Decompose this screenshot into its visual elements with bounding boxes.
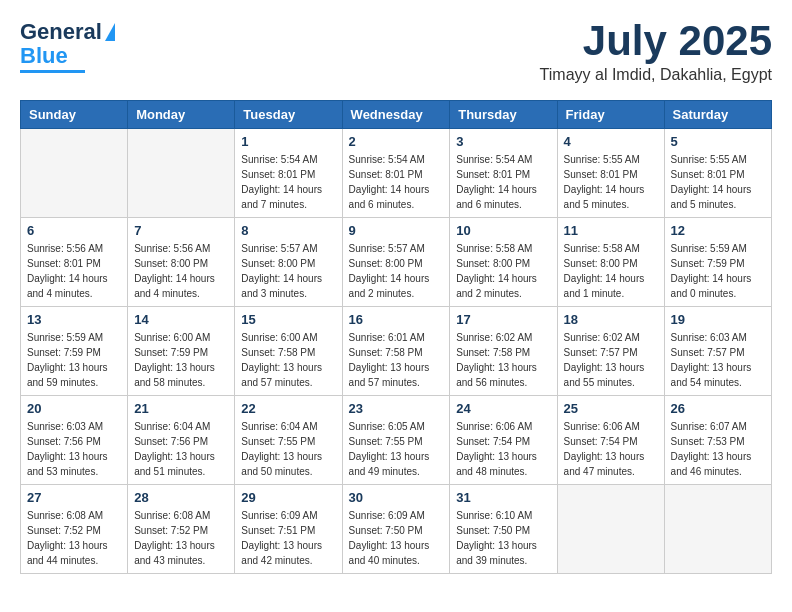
day-number: 14: [134, 312, 228, 327]
calendar-cell: 1Sunrise: 5:54 AM Sunset: 8:01 PM Daylig…: [235, 129, 342, 218]
day-number: 10: [456, 223, 550, 238]
day-number: 3: [456, 134, 550, 149]
calendar-week-4: 20Sunrise: 6:03 AM Sunset: 7:56 PM Dayli…: [21, 396, 772, 485]
calendar-cell: 3Sunrise: 5:54 AM Sunset: 8:01 PM Daylig…: [450, 129, 557, 218]
calendar-header-thursday: Thursday: [450, 101, 557, 129]
day-number: 1: [241, 134, 335, 149]
day-info: Sunrise: 6:04 AM Sunset: 7:55 PM Dayligh…: [241, 419, 335, 479]
day-number: 25: [564, 401, 658, 416]
logo-general-text: General: [20, 20, 102, 44]
calendar-cell: 21Sunrise: 6:04 AM Sunset: 7:56 PM Dayli…: [128, 396, 235, 485]
calendar-cell: 2Sunrise: 5:54 AM Sunset: 8:01 PM Daylig…: [342, 129, 450, 218]
calendar-header-tuesday: Tuesday: [235, 101, 342, 129]
calendar-cell: 30Sunrise: 6:09 AM Sunset: 7:50 PM Dayli…: [342, 485, 450, 574]
day-info: Sunrise: 6:02 AM Sunset: 7:58 PM Dayligh…: [456, 330, 550, 390]
month-title: July 2025: [540, 20, 772, 62]
calendar-header-monday: Monday: [128, 101, 235, 129]
title-section: July 2025 Timayy al Imdid, Dakahlia, Egy…: [540, 20, 772, 84]
day-number: 9: [349, 223, 444, 238]
day-number: 21: [134, 401, 228, 416]
day-info: Sunrise: 5:57 AM Sunset: 8:00 PM Dayligh…: [241, 241, 335, 301]
calendar-table: SundayMondayTuesdayWednesdayThursdayFrid…: [20, 100, 772, 574]
calendar-cell: 24Sunrise: 6:06 AM Sunset: 7:54 PM Dayli…: [450, 396, 557, 485]
day-number: 15: [241, 312, 335, 327]
day-info: Sunrise: 5:57 AM Sunset: 8:00 PM Dayligh…: [349, 241, 444, 301]
calendar-cell: 31Sunrise: 6:10 AM Sunset: 7:50 PM Dayli…: [450, 485, 557, 574]
day-number: 13: [27, 312, 121, 327]
logo-triangle-icon: [105, 23, 115, 41]
day-info: Sunrise: 6:09 AM Sunset: 7:50 PM Dayligh…: [349, 508, 444, 568]
location-title: Timayy al Imdid, Dakahlia, Egypt: [540, 66, 772, 84]
calendar-cell: [664, 485, 771, 574]
day-number: 22: [241, 401, 335, 416]
calendar-cell: 11Sunrise: 5:58 AM Sunset: 8:00 PM Dayli…: [557, 218, 664, 307]
day-number: 23: [349, 401, 444, 416]
day-info: Sunrise: 6:00 AM Sunset: 7:58 PM Dayligh…: [241, 330, 335, 390]
day-info: Sunrise: 6:08 AM Sunset: 7:52 PM Dayligh…: [27, 508, 121, 568]
calendar-cell: 10Sunrise: 5:58 AM Sunset: 8:00 PM Dayli…: [450, 218, 557, 307]
day-info: Sunrise: 6:02 AM Sunset: 7:57 PM Dayligh…: [564, 330, 658, 390]
day-info: Sunrise: 6:03 AM Sunset: 7:56 PM Dayligh…: [27, 419, 121, 479]
calendar-week-1: 1Sunrise: 5:54 AM Sunset: 8:01 PM Daylig…: [21, 129, 772, 218]
calendar-week-5: 27Sunrise: 6:08 AM Sunset: 7:52 PM Dayli…: [21, 485, 772, 574]
calendar-cell: 19Sunrise: 6:03 AM Sunset: 7:57 PM Dayli…: [664, 307, 771, 396]
day-number: 4: [564, 134, 658, 149]
calendar-cell: 22Sunrise: 6:04 AM Sunset: 7:55 PM Dayli…: [235, 396, 342, 485]
day-number: 2: [349, 134, 444, 149]
calendar-cell: 6Sunrise: 5:56 AM Sunset: 8:01 PM Daylig…: [21, 218, 128, 307]
day-info: Sunrise: 5:56 AM Sunset: 8:01 PM Dayligh…: [27, 241, 121, 301]
day-number: 30: [349, 490, 444, 505]
page-header: General Blue July 2025 Timayy al Imdid, …: [20, 20, 772, 84]
day-info: Sunrise: 6:05 AM Sunset: 7:55 PM Dayligh…: [349, 419, 444, 479]
day-number: 5: [671, 134, 765, 149]
day-info: Sunrise: 6:00 AM Sunset: 7:59 PM Dayligh…: [134, 330, 228, 390]
day-info: Sunrise: 5:59 AM Sunset: 7:59 PM Dayligh…: [671, 241, 765, 301]
calendar-cell: 7Sunrise: 5:56 AM Sunset: 8:00 PM Daylig…: [128, 218, 235, 307]
day-info: Sunrise: 5:59 AM Sunset: 7:59 PM Dayligh…: [27, 330, 121, 390]
day-number: 16: [349, 312, 444, 327]
day-info: Sunrise: 6:01 AM Sunset: 7:58 PM Dayligh…: [349, 330, 444, 390]
day-info: Sunrise: 6:08 AM Sunset: 7:52 PM Dayligh…: [134, 508, 228, 568]
calendar-cell: 29Sunrise: 6:09 AM Sunset: 7:51 PM Dayli…: [235, 485, 342, 574]
day-info: Sunrise: 5:54 AM Sunset: 8:01 PM Dayligh…: [241, 152, 335, 212]
calendar-cell: 4Sunrise: 5:55 AM Sunset: 8:01 PM Daylig…: [557, 129, 664, 218]
day-number: 28: [134, 490, 228, 505]
day-info: Sunrise: 5:58 AM Sunset: 8:00 PM Dayligh…: [564, 241, 658, 301]
calendar-week-2: 6Sunrise: 5:56 AM Sunset: 8:01 PM Daylig…: [21, 218, 772, 307]
day-info: Sunrise: 5:54 AM Sunset: 8:01 PM Dayligh…: [349, 152, 444, 212]
day-number: 17: [456, 312, 550, 327]
calendar-week-3: 13Sunrise: 5:59 AM Sunset: 7:59 PM Dayli…: [21, 307, 772, 396]
calendar-cell: 8Sunrise: 5:57 AM Sunset: 8:00 PM Daylig…: [235, 218, 342, 307]
day-number: 11: [564, 223, 658, 238]
calendar-cell: [21, 129, 128, 218]
calendar-cell: 15Sunrise: 6:00 AM Sunset: 7:58 PM Dayli…: [235, 307, 342, 396]
day-number: 31: [456, 490, 550, 505]
day-info: Sunrise: 6:03 AM Sunset: 7:57 PM Dayligh…: [671, 330, 765, 390]
logo: General Blue: [20, 20, 115, 73]
day-number: 7: [134, 223, 228, 238]
day-number: 12: [671, 223, 765, 238]
day-info: Sunrise: 6:04 AM Sunset: 7:56 PM Dayligh…: [134, 419, 228, 479]
day-info: Sunrise: 6:09 AM Sunset: 7:51 PM Dayligh…: [241, 508, 335, 568]
day-info: Sunrise: 6:10 AM Sunset: 7:50 PM Dayligh…: [456, 508, 550, 568]
calendar-cell: 18Sunrise: 6:02 AM Sunset: 7:57 PM Dayli…: [557, 307, 664, 396]
calendar-cell: 27Sunrise: 6:08 AM Sunset: 7:52 PM Dayli…: [21, 485, 128, 574]
day-info: Sunrise: 5:55 AM Sunset: 8:01 PM Dayligh…: [564, 152, 658, 212]
calendar-cell: 17Sunrise: 6:02 AM Sunset: 7:58 PM Dayli…: [450, 307, 557, 396]
calendar-cell: 12Sunrise: 5:59 AM Sunset: 7:59 PM Dayli…: [664, 218, 771, 307]
day-number: 20: [27, 401, 121, 416]
calendar-header-sunday: Sunday: [21, 101, 128, 129]
calendar-cell: 16Sunrise: 6:01 AM Sunset: 7:58 PM Dayli…: [342, 307, 450, 396]
day-number: 26: [671, 401, 765, 416]
day-info: Sunrise: 5:54 AM Sunset: 8:01 PM Dayligh…: [456, 152, 550, 212]
day-info: Sunrise: 6:06 AM Sunset: 7:54 PM Dayligh…: [564, 419, 658, 479]
logo-blue-text: Blue: [20, 44, 68, 68]
day-number: 8: [241, 223, 335, 238]
calendar-cell: 13Sunrise: 5:59 AM Sunset: 7:59 PM Dayli…: [21, 307, 128, 396]
calendar-cell: [557, 485, 664, 574]
day-info: Sunrise: 5:55 AM Sunset: 8:01 PM Dayligh…: [671, 152, 765, 212]
day-number: 18: [564, 312, 658, 327]
calendar-cell: 28Sunrise: 6:08 AM Sunset: 7:52 PM Dayli…: [128, 485, 235, 574]
day-number: 27: [27, 490, 121, 505]
calendar-header-saturday: Saturday: [664, 101, 771, 129]
